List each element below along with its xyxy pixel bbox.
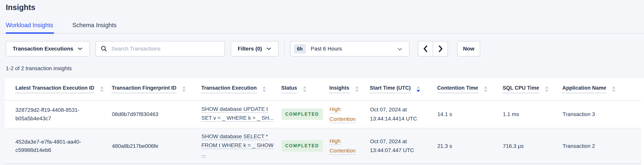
column-header-transaction-execution[interactable]: Transaction Execution	[201, 78, 281, 100]
status-badge: COMPLETED	[281, 108, 323, 120]
cell-fingerprint-id: 480a8b217be006fe	[112, 128, 201, 164]
transaction-type-dropdown[interactable]: Transaction Executions	[6, 41, 90, 57]
sort-icon-active-desc	[416, 86, 420, 92]
time-range-picker[interactable]: 6h Past 6 Hours	[290, 41, 410, 57]
time-prev-button[interactable]	[418, 41, 433, 57]
cell-contention-time: 14.1 s	[437, 100, 503, 128]
time-next-button[interactable]	[433, 41, 448, 57]
controls-row: Transaction Executions Filters (0) 6h Pa…	[6, 41, 644, 57]
cell-status: COMPLETED	[281, 100, 329, 128]
cell-insights: High Contention	[329, 128, 370, 164]
search-box	[96, 41, 225, 57]
statement-link[interactable]: SHOW database SELECT *	[202, 133, 268, 140]
page-root: Insights Workload Insights Schema Insigh…	[0, 3, 644, 165]
now-button[interactable]: Now	[457, 41, 480, 57]
chevron-down-icon	[78, 47, 83, 51]
column-header-insights[interactable]: Insights	[329, 78, 370, 100]
time-nav-group	[418, 41, 448, 57]
statement-link[interactable]: SET v = _ WHERE k = _ SH...	[202, 114, 274, 122]
sort-icon	[100, 86, 104, 92]
sort-icon	[612, 86, 616, 92]
sort-icon	[484, 86, 488, 92]
cell-fingerprint-id: 08d8b7d97f830463	[112, 100, 201, 128]
column-header-fingerprint-id[interactable]: Transaction Fingerprint ID	[112, 78, 201, 100]
sort-icon	[303, 86, 306, 92]
cell-status: COMPLETED	[281, 128, 329, 164]
cell-insights: High Contention	[329, 100, 370, 128]
cell-transaction-execution: SHOW database UPDATE t SET v = _ WHERE k…	[201, 100, 281, 128]
chevron-down-icon	[397, 48, 402, 51]
cell-start-time: Oct 07, 2024 at 13:44:14.4414 UTC	[370, 100, 437, 128]
tab-workload-insights[interactable]: Workload Insights	[6, 22, 54, 34]
controls-divider	[284, 41, 285, 57]
tab-bar: Workload Insights Schema Insights	[0, 22, 644, 34]
status-badge: COMPLETED	[281, 140, 323, 152]
cell-execution-id: 452da3e7-e7fa-4801-aa40-c59988d14eb6	[5, 128, 112, 164]
table-row: 328729d2-ff19-4408-8531-b05a5b4e43c7 08d…	[5, 100, 641, 128]
column-header-application-name[interactable]: Application Name	[562, 78, 641, 100]
insight-high-contention-link[interactable]: High Contention	[330, 106, 356, 122]
transactions-table: Latest Transaction Execution ID Transact…	[5, 78, 641, 164]
cell-execution-id: 328729d2-ff19-4408-8531-b05a5b4e43c7	[5, 100, 112, 128]
column-header-sql-cpu-time[interactable]: SQL CPU Time	[503, 78, 562, 100]
cell-application-name: Transaction 3	[562, 100, 641, 128]
table-header-row: Latest Transaction Execution ID Transact…	[5, 78, 641, 100]
time-range-badge: 6h	[294, 44, 306, 54]
search-icon	[100, 45, 108, 52]
chevron-down-icon	[266, 47, 272, 51]
cell-sql-cpu-time: 716.3 µs	[503, 128, 562, 164]
results-count: 1-2 of 2 transaction insights	[6, 65, 644, 72]
column-header-execution-id[interactable]: Latest Transaction Execution ID	[5, 78, 112, 100]
table-card: Latest Transaction Execution ID Transact…	[5, 78, 644, 165]
sort-icon	[182, 86, 186, 92]
column-header-status[interactable]: Status	[281, 78, 329, 100]
sort-icon	[262, 86, 266, 92]
cell-start-time: Oct 07, 2024 at 13:44:07.447 UTC	[370, 128, 437, 164]
filters-dropdown[interactable]: Filters (0)	[231, 41, 278, 57]
insight-high-contention-link[interactable]: High Contention	[330, 138, 356, 154]
chevron-left-icon	[423, 45, 428, 53]
column-header-contention-time[interactable]: Contention Time	[437, 78, 503, 100]
chevron-right-icon	[438, 45, 443, 53]
sort-icon	[545, 86, 548, 92]
statement-link[interactable]: SHOW database UPDATE t	[202, 106, 268, 113]
column-header-start-time[interactable]: Start Time (UTC)	[370, 78, 437, 100]
statement-link[interactable]: ...	[202, 151, 206, 158]
transaction-type-dropdown-label: Transaction Executions	[13, 46, 73, 52]
filters-label: Filters (0)	[238, 46, 262, 52]
sort-icon	[355, 86, 358, 92]
cell-application-name: Transaction 2	[562, 128, 641, 164]
statement-link[interactable]: FROM t WHERE k = _ SHOW	[202, 142, 274, 149]
table-row: 452da3e7-e7fa-4801-aa40-c59988d14eb6 480…	[5, 128, 641, 164]
cell-sql-cpu-time: 1.1 ms	[503, 100, 562, 128]
tab-schema-insights[interactable]: Schema Insights	[72, 22, 117, 33]
time-range-label: Past 6 Hours	[311, 46, 342, 52]
cell-contention-time: 21.3 s	[437, 128, 503, 164]
search-input[interactable]	[111, 46, 220, 52]
page-title: Insights	[6, 3, 644, 12]
cell-transaction-execution: SHOW database SELECT * FROM t WHERE k = …	[201, 128, 281, 164]
